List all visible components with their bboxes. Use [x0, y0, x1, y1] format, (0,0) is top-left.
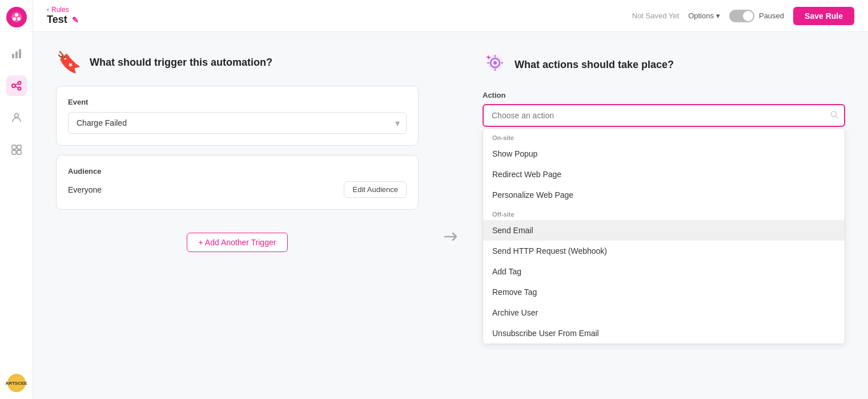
action-input-wrap [483, 104, 845, 127]
paused-toggle[interactable] [729, 10, 754, 22]
svg-point-19 [493, 61, 497, 65]
sidebar: ARTSCEE [0, 0, 33, 399]
audience-section: Audience Everyone Edit Audience [56, 155, 419, 210]
edit-title-icon[interactable]: ✎ [72, 15, 79, 25]
svg-rect-15 [12, 150, 16, 154]
svg-rect-13 [12, 145, 16, 149]
header-left: ‹ Rules Test ✎ [47, 6, 79, 26]
svg-rect-23 [501, 62, 503, 63]
audience-card: Audience Everyone Edit Audience [56, 155, 419, 210]
action-panel: What actions should take place? Action O [483, 50, 845, 381]
event-card: Event Charge Failed ▾ [56, 86, 419, 146]
breadcrumb-label: Rules [51, 6, 69, 14]
toggle-knob [743, 11, 753, 21]
content-area: 🔖 What should trigger this automation? E… [33, 32, 868, 399]
user-avatar[interactable]: ARTSCEE [7, 374, 26, 392]
panel-arrow-divider [441, 50, 460, 381]
sidebar-item-automations[interactable] [6, 75, 27, 96]
trigger-icon: 🔖 [56, 50, 82, 74]
breadcrumb[interactable]: ‹ Rules [47, 6, 79, 14]
svg-point-8 [18, 82, 21, 85]
page-title-text: Test [47, 14, 67, 26]
dropdown-item-redirect-web-page[interactable]: Redirect Web Page [483, 164, 845, 185]
svg-rect-16 [17, 150, 21, 154]
dropdown-item-send-email[interactable]: Send Email [483, 220, 845, 241]
action-label: Action [483, 91, 845, 99]
dropdown-item-send-http-request[interactable]: Send HTTP Request (Webhook) [483, 241, 845, 261]
dropdown-item-personalize-web-page[interactable]: Personalize Web Page [483, 185, 845, 205]
svg-point-7 [12, 84, 15, 87]
edit-audience-button[interactable]: Edit Audience [344, 181, 407, 198]
action-panel-title: What actions should take place? [515, 59, 674, 71]
main-content: ‹ Rules Test ✎ Not Saved Yet Options ▾ P… [33, 0, 868, 399]
options-button[interactable]: Options ▾ [688, 11, 720, 20]
svg-rect-5 [15, 51, 18, 58]
page-title: Test ✎ [47, 14, 79, 26]
dropdown-item-add-tag[interactable]: Add Tag [483, 261, 845, 282]
dropdown-item-show-popup[interactable]: Show Popup [483, 143, 845, 164]
svg-line-26 [836, 116, 838, 118]
audience-value: Everyone [68, 185, 102, 194]
sidebar-item-integrations[interactable] [6, 139, 27, 160]
audience-label: Audience [68, 167, 407, 175]
action-card: Action On-site Show Popup Redirect Web P… [483, 91, 845, 344]
action-panel-header: What actions should take place? [483, 50, 845, 79]
audience-inner: Everyone Edit Audience [68, 181, 407, 198]
svg-rect-20 [495, 55, 496, 57]
action-search-icon [830, 111, 838, 121]
toggle-label: Paused [759, 11, 784, 20]
sidebar-item-users[interactable] [6, 107, 27, 128]
header-right: Not Saved Yet Options ▾ Paused Save Rule [632, 7, 854, 25]
trigger-panel-title: What should trigger this automation? [90, 57, 272, 69]
svg-rect-14 [17, 145, 21, 149]
svg-point-2 [13, 17, 16, 21]
svg-line-10 [15, 83, 18, 85]
action-search-input[interactable] [483, 104, 845, 127]
arrow-right-icon [441, 228, 460, 250]
paused-toggle-wrap: Paused [729, 10, 784, 22]
dropdown-item-unsubscribe-user[interactable]: Unsubscribe User From Email [483, 323, 845, 344]
dropdown-item-archive-user[interactable]: Archive User [483, 302, 845, 323]
action-dropdown: On-site Show Popup Redirect Web Page Per… [483, 128, 845, 344]
add-trigger-button[interactable]: + Add Another Trigger [187, 233, 288, 252]
page-header: ‹ Rules Test ✎ Not Saved Yet Options ▾ P… [33, 0, 868, 32]
save-rule-button[interactable]: Save Rule [793, 7, 854, 25]
trigger-panel: 🔖 What should trigger this automation? E… [56, 50, 419, 381]
svg-rect-6 [19, 49, 21, 58]
svg-rect-22 [487, 62, 489, 63]
svg-point-1 [15, 13, 18, 17]
svg-point-3 [17, 17, 21, 21]
event-select[interactable]: Charge Failed [68, 112, 407, 134]
svg-rect-21 [495, 69, 496, 71]
svg-rect-4 [12, 54, 14, 58]
dropdown-item-remove-tag[interactable]: Remove Tag [483, 282, 845, 302]
action-icon [483, 50, 507, 79]
app-logo[interactable] [6, 7, 27, 27]
svg-line-11 [15, 86, 18, 88]
svg-point-9 [18, 87, 21, 90]
offsite-group-label: Off-site [483, 205, 845, 220]
breadcrumb-arrow: ‹ [47, 6, 49, 14]
event-select-wrapper: Charge Failed ▾ [68, 112, 407, 134]
onsite-group-label: On-site [483, 129, 845, 143]
event-label: Event [68, 98, 407, 106]
trigger-panel-header: 🔖 What should trigger this automation? [56, 50, 419, 74]
svg-point-12 [14, 114, 18, 118]
not-saved-label: Not Saved Yet [632, 11, 679, 20]
sidebar-item-analytics[interactable] [6, 43, 27, 64]
